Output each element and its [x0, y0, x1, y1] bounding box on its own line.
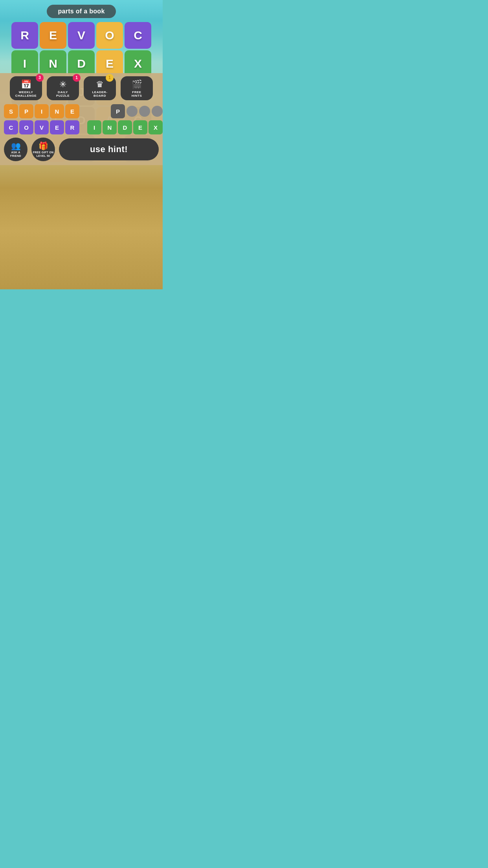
word-spine: S P I N E [4, 104, 79, 118]
free-hints-button[interactable]: 🎬 FREEHINTS [121, 76, 153, 100]
guess-dot-3 [152, 106, 163, 117]
words-section: S P I N E C O V E R [4, 104, 159, 134]
crown-icon: ♛ [96, 79, 104, 90]
spine-s: S [4, 104, 18, 118]
index-i: I [87, 120, 101, 134]
daily-puzzle-button[interactable]: 1 ✳ DAILYPUZZLE [47, 76, 79, 100]
grid-row-1: R E V O C [11, 22, 151, 49]
word-cover: C O V E R [4, 120, 79, 134]
cover-r: R [65, 120, 79, 134]
spine-p: P [19, 104, 33, 118]
friends-icon: 👥 [11, 141, 21, 151]
free-gift-label: FREE GIFT ONLEVEL 50 [33, 151, 54, 158]
spine-i: I [35, 104, 49, 118]
cell-r1c5[interactable]: C [125, 22, 151, 49]
cover-v: V [35, 120, 49, 134]
guess-dot-2 [139, 106, 150, 117]
weekly-challenge-badge: 3 [36, 74, 44, 82]
cover-e: E [50, 120, 64, 134]
cell-r1c1[interactable]: R [11, 22, 38, 49]
word-index: I N D E X [87, 120, 163, 134]
cover-c: C [4, 120, 18, 134]
leaderboard-badge: 1 [106, 74, 114, 82]
spine-e: E [65, 104, 79, 118]
daily-puzzle-badge: 1 [73, 74, 81, 82]
index-d: D [118, 120, 132, 134]
index-n: N [103, 120, 117, 134]
index-e: E [133, 120, 147, 134]
ask-friend-button[interactable]: 👥 ASK AFRIEND [4, 138, 28, 161]
theme-label: parts of a book [47, 5, 116, 18]
film-icon: 🎬 [132, 79, 142, 90]
icon-buttons-row: 3 📅 WEEKLYCHALLENGE 1 ✳ DAILYPUZZLE 1 ♛ … [4, 76, 159, 100]
action-row: 👥 ASK AFRIEND 🎁 FREE GIFT ONLEVEL 50 use… [4, 138, 159, 161]
guess-p: P [111, 104, 125, 118]
leaderboard-button[interactable]: 1 ♛ LEADER-BOARD [84, 76, 116, 100]
weekly-challenge-label: WEEKLYCHALLENGE [15, 90, 37, 98]
cell-r1c3[interactable]: V [68, 22, 95, 49]
guess-dot-1 [127, 106, 138, 117]
free-gift-button[interactable]: 🎁 FREE GIFT ONLEVEL 50 [31, 138, 55, 161]
index-x: X [149, 120, 163, 134]
free-hints-label: FREEHINTS [132, 90, 142, 98]
current-guess-row: P [111, 104, 163, 118]
ask-friend-label: ASK AFRIEND [10, 151, 21, 158]
gift-icon: 🎁 [39, 141, 48, 151]
bottom-panel: 3 📅 WEEKLYCHALLENGE 1 ✳ DAILYPUZZLE 1 ♛ … [0, 73, 163, 165]
cover-o: O [19, 120, 33, 134]
cell-r1c4[interactable]: O [96, 22, 123, 49]
spine-n: N [50, 104, 64, 118]
leaderboard-label: LEADER-BOARD [92, 90, 107, 98]
use-hint-button[interactable]: use hint! [59, 138, 159, 160]
calendar-icon: 📅 [21, 79, 31, 90]
daily-puzzle-label: DAILYPUZZLE [56, 90, 70, 98]
puzzle-icon: ✳ [59, 79, 66, 90]
cell-r1c2[interactable]: E [40, 22, 66, 49]
weekly-challenge-button[interactable]: 3 📅 WEEKLYCHALLENGE [10, 76, 42, 100]
